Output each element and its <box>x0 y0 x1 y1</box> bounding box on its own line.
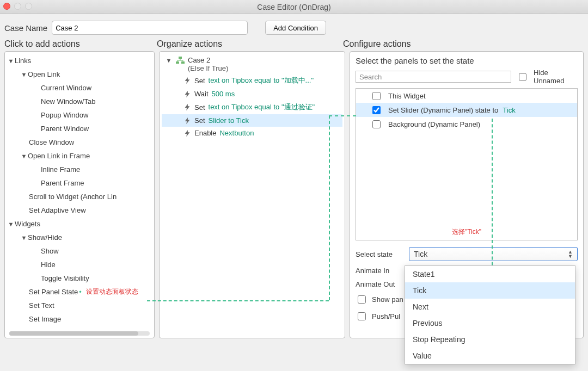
maximize-icon[interactable] <box>25 3 32 10</box>
action-value: Slider to Tick <box>209 116 249 125</box>
dropdown-item[interactable]: Next <box>405 299 575 315</box>
select-state-label: Select state <box>356 250 406 258</box>
tree-item[interactable]: Scroll to Widget (Anchor Lin <box>5 190 154 203</box>
tree-item[interactable]: Parent Window <box>5 122 154 135</box>
select-state-dropdown[interactable]: Tick ▲▼ <box>409 247 578 261</box>
chevron-down-icon: ▼ <box>20 153 28 159</box>
tree-label: Show/Hide <box>28 233 62 242</box>
panel-list: This WidgetSet Slider (Dynamic Panel) st… <box>356 88 578 240</box>
case-name-row: Case Name Add Condition <box>0 14 588 39</box>
tree-item[interactable]: Set Text <box>5 299 154 312</box>
tree-group-showhide[interactable]: ▼ Show/Hide <box>5 231 154 244</box>
tree-group-openframe[interactable]: ▼ Open Link in Frame <box>5 149 154 163</box>
tree-label: Parent Window <box>41 125 89 133</box>
show-panel-checkbox[interactable] <box>358 295 366 304</box>
dropdown-item[interactable]: Stop Repeating <box>405 331 575 348</box>
panel-checkbox[interactable] <box>372 120 381 128</box>
tree-label: Set Image <box>29 315 61 323</box>
search-input[interactable] <box>356 71 511 83</box>
action-row[interactable]: Wait 500 ms <box>162 88 342 100</box>
tree-item[interactable]: Close Window <box>5 135 154 149</box>
case-name-label: Case Name <box>4 23 47 33</box>
tree-item[interactable]: New Window/Tab <box>5 95 154 108</box>
chevron-down-icon: ▼ <box>7 221 15 227</box>
chevron-down-icon: ▼ <box>7 58 15 64</box>
action-row[interactable]: Set text on Tipbox equal to "加载中..." <box>162 73 342 88</box>
tree-label: Set Text <box>29 301 54 310</box>
panel-label: This Widget <box>388 92 426 100</box>
case-name-input[interactable] <box>52 21 248 35</box>
action-key: Wait <box>194 90 209 98</box>
action-row[interactable]: Set Slider to Tick <box>162 114 342 127</box>
panel-list-row[interactable]: Background (Dynamic Panel) <box>356 117 577 131</box>
chevron-down-icon: ▼ <box>165 57 173 64</box>
add-condition-button[interactable]: Add Condition <box>265 21 326 35</box>
tree-label: Parent Frame <box>41 179 84 187</box>
panel-list-row[interactable]: This Widget <box>356 89 577 103</box>
panel-checkbox[interactable] <box>372 106 381 114</box>
panel-checkbox[interactable] <box>372 92 381 100</box>
header-click: Click to add actions <box>4 39 157 49</box>
annotation-note: 选择"Tick" <box>356 227 577 237</box>
panel-list-row[interactable]: Set Slider (Dynamic Panel) state to Tick <box>356 103 577 117</box>
horizontal-scrollbar[interactable] <box>9 331 150 336</box>
hide-unnamed-checkbox[interactable] <box>519 73 526 81</box>
tree-item[interactable]: Hide <box>5 258 154 271</box>
push-pull-checkbox[interactable] <box>358 312 366 320</box>
action-key: Set <box>194 77 205 85</box>
tree-label: Set Panel State <box>29 288 78 296</box>
organize-panel: ▼ Case 2 (Else If True) Set text on Tipb… <box>159 51 345 338</box>
tree-label: Set Adaptive View <box>29 206 86 214</box>
tree-item[interactable]: Set Adaptive View <box>5 203 154 217</box>
tree-label: Widgets <box>15 220 40 228</box>
window-title: Case Editor (OnDrag) <box>257 3 330 11</box>
panel-label: Set Slider (Dynamic Panel) state to <box>388 106 498 114</box>
tree-label: Links <box>15 57 31 65</box>
state-dropdown-menu: State1TickNextPreviousStop RepeatingValu… <box>405 265 575 364</box>
chevron-down-icon: ▼ <box>20 71 28 78</box>
dropdown-item[interactable]: Tick <box>405 282 575 299</box>
tree-label: Inline Frame <box>41 165 80 174</box>
case-header[interactable]: ▼ Case 2 (Else If True) <box>162 55 342 73</box>
action-value: Nextbutton <box>219 129 254 137</box>
minimize-icon[interactable] <box>14 3 21 10</box>
close-icon[interactable] <box>3 3 10 10</box>
action-row[interactable]: Set text on Tipbox equal to "通过验证" <box>162 100 342 114</box>
tree-item[interactable]: Toggle Visibility <box>5 271 154 285</box>
chevron-down-icon: ▼ <box>20 234 28 241</box>
tree-label: Hide <box>41 261 56 269</box>
tree-item[interactable]: Show <box>5 244 154 258</box>
animate-in-label: Animate In <box>356 267 406 275</box>
tree-label: Open Link <box>28 70 60 78</box>
dropdown-item[interactable]: State1 <box>405 266 575 282</box>
tree-label: Close Window <box>29 138 74 146</box>
window-titlebar: Case Editor (OnDrag) <box>0 0 588 14</box>
action-row[interactable]: Enable Nextbutton <box>162 127 342 139</box>
action-key: Set <box>194 116 205 125</box>
tree-label: New Window/Tab <box>41 97 95 106</box>
actions-panel: ▼ Links ▼ Open Link Current Window New W… <box>4 51 155 338</box>
tree-label: Toggle Visibility <box>41 274 89 282</box>
tree-group-links[interactable]: ▼ Links <box>5 54 154 67</box>
case-subtitle: (Else If True) <box>188 64 228 72</box>
action-value: text on Tipbox equal to "通过验证" <box>209 102 315 112</box>
tree-group-widgets[interactable]: ▼ Widgets <box>5 217 154 231</box>
panel-label: Background (Dynamic Panel) <box>388 120 480 128</box>
action-key: Enable <box>194 129 216 137</box>
tree-item[interactable]: Parent Frame <box>5 176 154 190</box>
dropdown-item[interactable]: Previous <box>405 315 575 331</box>
tree-item[interactable]: Current Window <box>5 81 154 95</box>
section-headers: Click to add actions Organize actions Co… <box>0 39 588 49</box>
header-configure: Configure actions <box>343 39 584 49</box>
header-organize: Organize actions <box>157 39 343 49</box>
action-value: text on Tipbox equal to "加载中..." <box>209 76 314 85</box>
tree-group-openlink[interactable]: ▼ Open Link <box>5 67 154 81</box>
show-panel-label: Show pan <box>372 295 403 304</box>
tree-item-setpanelstate[interactable]: Set Panel State • 设置动态面板状态 <box>5 285 154 299</box>
flow-icon <box>176 57 185 64</box>
svg-rect-0 <box>179 57 182 59</box>
tree-item[interactable]: Set Image <box>5 312 154 326</box>
tree-item[interactable]: Inline Frame <box>5 163 154 176</box>
dropdown-item[interactable]: Value <box>405 348 575 364</box>
tree-item[interactable]: Popup Window <box>5 108 154 122</box>
